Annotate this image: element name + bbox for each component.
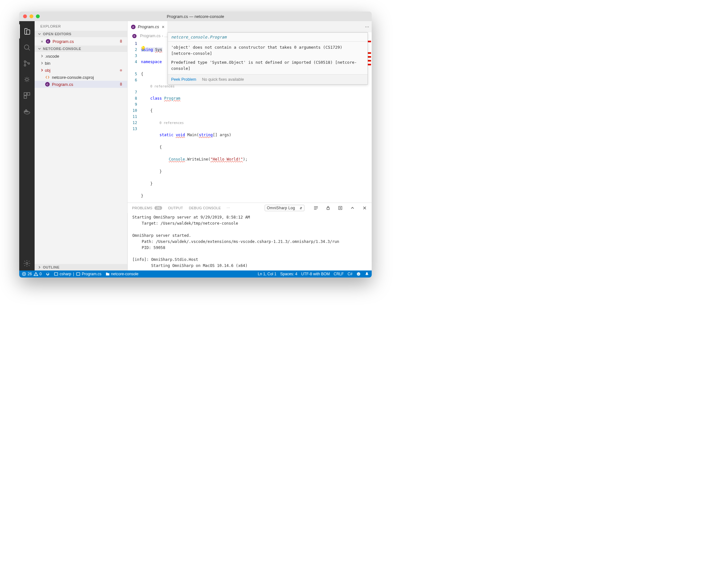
- svg-point-28: [359, 273, 360, 274]
- explorer-icon[interactable]: [19, 24, 35, 38]
- svg-rect-7: [24, 96, 27, 98]
- svg-rect-25: [77, 273, 80, 276]
- debug-console-tab[interactable]: DEBUG CONSOLE: [189, 206, 221, 210]
- tree-folder[interactable]: bin: [35, 60, 127, 67]
- app-window: Program.cs — netcore-console EXPLORER OP…: [19, 12, 372, 278]
- svg-text:C: C: [46, 83, 48, 86]
- word-wrap-icon[interactable]: [313, 205, 319, 211]
- file-tree: .vscode bin obj netcore-console.csproj C: [35, 52, 127, 264]
- settings-gear-icon[interactable]: [19, 256, 35, 270]
- open-editors-header[interactable]: OPEN EDITORS: [35, 31, 127, 37]
- window-controls: [19, 14, 40, 18]
- more-panels-icon[interactable]: ⋯: [227, 206, 230, 210]
- sidebar: EXPLORER OPEN EDITORS × C Program.cs 8 N…: [35, 21, 128, 270]
- eol[interactable]: CRLF: [334, 272, 343, 276]
- svg-rect-11: [26, 110, 27, 111]
- tree-file[interactable]: netcore-console.csproj: [35, 74, 127, 81]
- chevron-right-icon: [37, 265, 42, 270]
- feedback-icon[interactable]: [356, 272, 361, 276]
- debug-icon[interactable]: [19, 72, 35, 87]
- svg-rect-21: [327, 208, 329, 210]
- language-mode[interactable]: C#: [348, 272, 352, 276]
- svg-point-0: [24, 45, 29, 49]
- chevron-right-icon: [40, 68, 44, 72]
- workspace-header[interactable]: NETCORE-CONSOLE: [35, 46, 127, 52]
- notifications-icon[interactable]: [365, 272, 369, 276]
- status-csharp[interactable]: csharp | Program.cs: [54, 272, 102, 276]
- search-icon[interactable]: [19, 40, 35, 54]
- cursor-position[interactable]: Ln 1, Col 1: [258, 272, 277, 276]
- omnisharp-flame-icon[interactable]: [45, 272, 50, 276]
- close-tab-icon[interactable]: ×: [161, 24, 164, 29]
- extensions-icon[interactable]: [19, 88, 35, 103]
- hover-actions: Peek Problem No quick fixes available: [168, 75, 368, 84]
- svg-rect-6: [27, 93, 30, 95]
- bottom-panel: PROBLEMS 26 OUTPUT DEBUG CONSOLE ⋯ OmniS…: [128, 203, 372, 270]
- close-window[interactable]: [23, 14, 27, 18]
- lightbulb-icon[interactable]: 💡: [140, 46, 146, 52]
- app-body: EXPLORER OPEN EDITORS × C Program.cs 8 N…: [19, 21, 372, 270]
- svg-point-12: [26, 262, 28, 264]
- hover-tooltip: netcore_console.Program 'object' does no…: [168, 32, 368, 85]
- svg-text:C: C: [132, 26, 134, 29]
- chevron-right-icon: [40, 54, 44, 58]
- open-editors-list: × C Program.cs 8: [35, 37, 127, 46]
- editor-tabs: C Program.cs × ⋯: [128, 21, 372, 32]
- svg-point-27: [358, 273, 358, 274]
- svg-text:C: C: [134, 35, 136, 37]
- output-channel-select[interactable]: OmniSharp Log ⇵: [265, 205, 304, 211]
- editor-area: C Program.cs × ⋯ C Program.cs › ... netc…: [128, 21, 372, 270]
- more-actions-icon[interactable]: ⋯: [365, 24, 369, 29]
- status-project[interactable]: netcore-console: [105, 272, 138, 276]
- tree-folder[interactable]: obj: [35, 67, 127, 74]
- hover-message: 'object' does not contain a constructor …: [168, 42, 368, 75]
- indentation[interactable]: Spaces: 4: [280, 272, 297, 276]
- errors-count[interactable]: 26: [22, 272, 32, 276]
- tab-actions: ⋯: [362, 21, 372, 32]
- chevron-right-icon: [40, 61, 44, 65]
- outline-header[interactable]: OUTLINE: [35, 264, 127, 270]
- output-log[interactable]: Starting OmniSharp server at 9/29/2019, …: [128, 213, 372, 270]
- maximize-panel-icon[interactable]: [350, 205, 355, 211]
- svg-point-2: [24, 65, 26, 66]
- csharp-icon: C: [45, 39, 51, 44]
- activity-bar: [19, 21, 35, 270]
- clear-output-icon[interactable]: [338, 205, 343, 211]
- no-quick-fix-label: No quick fixes available: [202, 77, 244, 82]
- window-title: Program.cs — netcore-console: [19, 14, 372, 19]
- peek-problem-link[interactable]: Peek Problem: [171, 77, 196, 82]
- csharp-icon: C: [131, 24, 136, 29]
- output-tab[interactable]: OUTPUT: [168, 206, 183, 210]
- tree-file[interactable]: C Program.cs 8: [35, 81, 127, 88]
- svg-point-4: [26, 78, 28, 81]
- maximize-window[interactable]: [36, 14, 40, 18]
- tree-folder[interactable]: .vscode: [35, 53, 127, 60]
- warnings-count[interactable]: 0: [34, 272, 42, 276]
- titlebar: Program.cs — netcore-console: [19, 12, 372, 21]
- docker-icon[interactable]: [19, 104, 35, 119]
- xml-icon: [45, 75, 50, 80]
- close-panel-icon[interactable]: [362, 205, 367, 211]
- editor-tab[interactable]: C Program.cs ×: [128, 21, 168, 32]
- encoding[interactable]: UTF-8 with BOM: [301, 272, 330, 276]
- svg-point-3: [28, 63, 30, 64]
- close-icon[interactable]: ×: [40, 39, 44, 44]
- status-bar: 26 0 csharp | Program.cs netcore-console…: [19, 270, 372, 278]
- chevron-down-icon: [37, 32, 42, 36]
- svg-point-26: [357, 272, 360, 276]
- sidebar-title: EXPLORER: [35, 21, 127, 31]
- panel-tabs: PROBLEMS 26 OUTPUT DEBUG CONSOLE ⋯ OmniS…: [128, 203, 372, 213]
- minimize-window[interactable]: [29, 14, 33, 18]
- svg-rect-5: [24, 93, 27, 95]
- csharp-icon: C: [132, 34, 137, 38]
- svg-text:C: C: [47, 40, 49, 43]
- svg-point-1: [24, 61, 26, 62]
- lock-scroll-icon[interactable]: [326, 205, 331, 211]
- hover-title: netcore_console.Program: [168, 33, 368, 42]
- csharp-icon: C: [45, 82, 50, 87]
- source-control-icon[interactable]: [19, 56, 35, 71]
- open-editor-item[interactable]: × C Program.cs 8: [35, 38, 127, 45]
- line-gutter: 1 2 3 4 5 6 7 8 9 10 11 12 13: [128, 39, 141, 203]
- chevron-down-icon: [37, 46, 42, 51]
- problems-tab[interactable]: PROBLEMS 26: [132, 206, 162, 210]
